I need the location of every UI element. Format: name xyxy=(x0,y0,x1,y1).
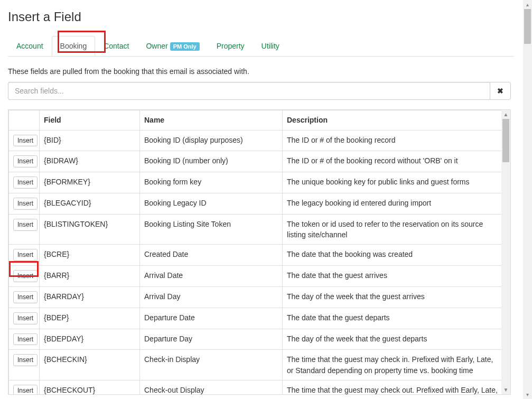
insert-button[interactable]: Insert xyxy=(13,291,38,303)
scroll-thumb[interactable] xyxy=(524,9,531,44)
insert-button[interactable]: Insert xyxy=(13,198,38,210)
tab-contact[interactable]: Contact xyxy=(95,36,137,56)
field-token: {BCRE} xyxy=(40,245,140,266)
header-insert xyxy=(9,110,40,130)
tab-property[interactable]: Property xyxy=(208,36,253,56)
table-row: Insert{BID}Booking ID (display purposes)… xyxy=(9,130,502,151)
field-token: {BDEP} xyxy=(40,308,140,329)
tab-booking[interactable]: Booking xyxy=(52,36,96,56)
pm-only-badge: PM Only xyxy=(170,42,200,51)
scroll-up-icon[interactable]: ▴ xyxy=(523,0,532,9)
header-description: Description xyxy=(283,110,502,130)
field-token: {BCHECKIN} xyxy=(40,350,140,381)
table-row: Insert{BIDRAW}Booking ID (number only)Th… xyxy=(9,151,502,172)
field-token: {BDEPDAY} xyxy=(40,329,140,350)
insert-button[interactable]: Insert xyxy=(13,219,38,231)
field-token: {BLISTINGTOKEN} xyxy=(40,214,140,245)
field-name: Booking Listing Site Token xyxy=(140,214,283,245)
field-token: {BARR} xyxy=(40,266,140,287)
field-description: The day of the week that the guest depar… xyxy=(283,329,502,350)
search-input[interactable] xyxy=(8,82,490,100)
table-row: Insert{BARR}Arrival DateThe date that th… xyxy=(9,266,502,287)
table-row: Insert{BCRE}Created DateThe date that th… xyxy=(9,245,502,266)
field-description: The unique booking key for public links … xyxy=(283,172,502,193)
page-title: Insert a Field xyxy=(8,10,514,24)
insert-button[interactable]: Insert xyxy=(13,177,38,189)
field-name: Booking ID (display purposes) xyxy=(140,130,283,151)
table-header-row: Field Name Description xyxy=(9,110,502,130)
field-token: {BIDRAW} xyxy=(40,151,140,172)
tab-utility[interactable]: Utility xyxy=(253,36,288,56)
field-description: The ID or # of the booking record withou… xyxy=(283,151,502,172)
field-token: {BID} xyxy=(40,130,140,151)
field-description: The date that the booking was created xyxy=(283,245,502,266)
scroll-up-icon[interactable]: ▲ xyxy=(501,110,510,119)
field-description: The legacy booking id entered during imp… xyxy=(283,193,502,214)
field-description: The date that the guest departs xyxy=(283,308,502,329)
tab-owner[interactable]: OwnerPM Only xyxy=(137,36,208,57)
field-description: The time that the guest may check out. P… xyxy=(283,380,502,395)
field-description: The day of the week that the guest arriv… xyxy=(283,286,502,308)
field-token: {BCHECKOUT} xyxy=(40,380,140,395)
header-field: Field xyxy=(40,110,140,130)
field-token: {BFORMKEY} xyxy=(40,172,140,193)
field-description: The ID or # of the booking record xyxy=(283,130,502,151)
scroll-down-icon[interactable]: ▾ xyxy=(523,390,532,399)
insert-button[interactable]: Insert xyxy=(13,385,38,395)
field-name: Check-in Display xyxy=(140,350,283,381)
insert-button[interactable]: Insert xyxy=(13,135,38,147)
insert-button[interactable]: Insert xyxy=(13,270,38,282)
field-name: Departure Date xyxy=(140,308,283,329)
window-scrollbar[interactable]: ▴ ▾ xyxy=(523,0,532,399)
scroll-down-icon[interactable]: ▼ xyxy=(501,385,510,394)
table-row: Insert{BLISTINGTOKEN}Booking Listing Sit… xyxy=(9,214,502,245)
intro-text: These fields are pulled from the booking… xyxy=(8,67,514,76)
clear-search-button[interactable]: ✖ xyxy=(490,82,511,100)
insert-button[interactable]: Insert xyxy=(13,312,38,324)
field-description: The token or id used to refer to the res… xyxy=(283,214,502,245)
field-description: The time that the guest may check in. Pr… xyxy=(283,350,502,381)
insert-button[interactable]: Insert xyxy=(13,333,38,346)
fields-table: Field Name Description Insert{BID}Bookin… xyxy=(8,110,502,395)
field-name: Arrival Day xyxy=(140,286,283,308)
tab-owner-label: Owner xyxy=(146,42,167,50)
insert-button[interactable]: Insert xyxy=(13,354,38,366)
insert-button[interactable]: Insert xyxy=(13,249,38,261)
field-description: The date that the guest arrives xyxy=(283,266,502,287)
field-name: Departure Day xyxy=(140,329,283,350)
table-row: Insert{BLEGACYID}Booking Legacy IDThe le… xyxy=(9,193,502,214)
field-name: Created Date xyxy=(140,245,283,266)
table-row: Insert{BARRDAY}Arrival DayThe day of the… xyxy=(9,286,502,308)
tabs: Account Booking Contact OwnerPM Only Pro… xyxy=(8,36,514,57)
field-name: Check-out Display xyxy=(140,380,283,395)
insert-button[interactable]: Insert xyxy=(13,155,38,168)
table-scrollbar[interactable]: ▲ ▼ xyxy=(501,110,510,394)
field-token: {BLEGACYID} xyxy=(40,193,140,214)
table-row: Insert{BCHECKIN}Check-in DisplayThe time… xyxy=(9,350,502,381)
table-row: Insert{BDEP}Departure DateThe date that … xyxy=(9,308,502,329)
scroll-thumb[interactable] xyxy=(502,119,509,162)
field-name: Booking Legacy ID xyxy=(140,193,283,214)
table-row: Insert{BDEPDAY}Departure DayThe day of t… xyxy=(9,329,502,350)
field-name: Arrival Date xyxy=(140,266,283,287)
field-token: {BARRDAY} xyxy=(40,286,140,308)
table-row: Insert{BFORMKEY}Booking form keyThe uniq… xyxy=(9,172,502,193)
tab-account[interactable]: Account xyxy=(8,36,52,56)
close-icon: ✖ xyxy=(497,87,503,95)
field-name: Booking ID (number only) xyxy=(140,151,283,172)
header-name: Name xyxy=(140,110,283,130)
table-row: Insert{BCHECKOUT}Check-out DisplayThe ti… xyxy=(9,380,502,395)
field-name: Booking form key xyxy=(140,172,283,193)
fields-table-container: Field Name Description Insert{BID}Bookin… xyxy=(8,109,511,395)
